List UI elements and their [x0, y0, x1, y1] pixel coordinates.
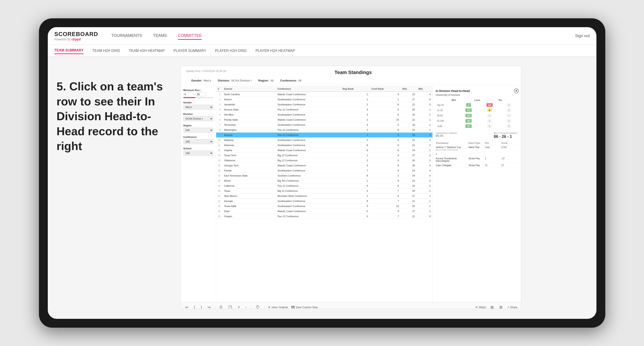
sub-nav-team-h2h-heatmap[interactable]: TEAM H2H HEATMAP: [129, 48, 165, 54]
sub-nav-team-summary[interactable]: TEAM SUMMARY: [54, 47, 84, 54]
save-icon: 💾: [291, 306, 295, 309]
conference-value: All: [298, 79, 301, 82]
team-school: Texas A&M: [222, 204, 276, 209]
table-row[interactable]: 15 Georgia Tech Atlantic Coast Conferenc…: [216, 163, 432, 168]
share-button[interactable]: ↗ Share: [507, 306, 517, 309]
team-conf-rank: 9: [370, 209, 401, 214]
team-school: Oregon: [222, 214, 276, 219]
h2h-row: 11-25 11 8 0: [436, 108, 518, 113]
team-win: 1: [416, 122, 432, 128]
team-school: Auburn: [222, 97, 276, 102]
add-button[interactable]: +: [237, 305, 241, 309]
team-win: 2: [416, 188, 432, 193]
sub-nav-team-h2h-grid[interactable]: TEAM H2H GRID: [92, 48, 120, 54]
table-row[interactable]: 13 Texas Tech Big 12 Conference 1 9 27 2: [216, 153, 432, 158]
table-row[interactable]: 22 Georgia Southeastern Conference 8 7 2…: [216, 199, 432, 204]
table-row[interactable]: 8 Washington Pac-12 Conference 2 8 23 1: [216, 128, 432, 133]
division-filter: Division: NCAA Division I: [218, 79, 252, 82]
team-win: 2: [416, 183, 432, 188]
sub-nav-player-h2h-grid[interactable]: PLAYER H2H GRID: [215, 48, 247, 54]
h2h-row: 26-50 25 2 1: [436, 113, 518, 118]
h2h-loss: 0: [479, 124, 500, 129]
table-row[interactable]: 24 Duke Atlantic Coast Conference 5 9 27…: [216, 209, 432, 214]
table-row[interactable]: 9 Arizona Pac-12 Conference 1 5 30 3: [216, 133, 432, 138]
nav-tournaments[interactable]: TOURNAMENTS: [111, 32, 142, 40]
team-win: 4: [416, 173, 432, 178]
panel-body: Minimum Rou... -: [181, 86, 521, 302]
table-row[interactable]: 18 Illinois Big Ten Conference 1 9 23 3: [216, 178, 432, 183]
team-conference: Southeastern Conference: [276, 122, 341, 128]
redo-button[interactable]: ↪: [207, 305, 212, 309]
team-reg-rank: 5: [341, 138, 370, 143]
team-conf-rank: 10: [370, 204, 401, 209]
table-row[interactable]: 21 New Mexico Mountain West Conference 1…: [216, 193, 432, 199]
max-rounds-input[interactable]: [196, 92, 206, 96]
school-select[interactable]: (All): [184, 151, 213, 156]
team-rds: 23: [401, 178, 416, 183]
team-conference: Big 12 Conference: [276, 158, 341, 163]
region-value: All: [270, 79, 274, 82]
sub-nav-player-h2h-heatmap[interactable]: PLAYER H2H HEATMAP: [256, 48, 295, 54]
h2h-win: 27: [458, 124, 479, 129]
team-win: 3: [416, 138, 432, 143]
view-original-button[interactable]: 👁 View: Original: [268, 306, 288, 309]
table-row[interactable]: 1 North Carolina Atlantic Coast Conferen…: [216, 92, 432, 97]
h2h-close-button[interactable]: ✕: [514, 88, 519, 93]
table-row[interactable]: 10 Alabama Southeastern Conference 5 8 2…: [216, 138, 432, 143]
team-conference: Atlantic Coast Conference: [276, 209, 341, 214]
settings-button[interactable]: ⚙: [498, 305, 504, 309]
nav-teams[interactable]: TEAMS: [153, 32, 167, 40]
team-rank: 4: [216, 107, 222, 112]
save-custom-button[interactable]: 💾 Save Custom View: [291, 306, 318, 309]
min-rounds-input[interactable]: [184, 92, 193, 96]
gender-select[interactable]: Men's: [184, 105, 213, 110]
sign-out-button[interactable]: Sign out: [575, 34, 590, 38]
nav-committee[interactable]: COMMITTEE: [178, 32, 202, 40]
minus-button[interactable]: -: [244, 305, 248, 309]
region-select[interactable]: N/A: [184, 128, 213, 133]
table-row[interactable]: 5 Ole Miss Southeastern Conference 3 6 1…: [216, 112, 432, 117]
h2h-range: >100: [436, 124, 458, 129]
team-rds: 20: [401, 188, 416, 193]
h2h-table: Top 10 3 13 0 11-25 11 8 0 26-50 25 2 1 …: [436, 102, 518, 129]
team-rds: 20: [401, 204, 416, 209]
team-school: Illinois: [222, 178, 276, 183]
table-row[interactable]: 17 East Tennessee State Southern Confere…: [216, 173, 432, 178]
table-row[interactable]: 4 Arizona State Pac-12 Conference 4 5 26…: [216, 107, 432, 112]
table-row[interactable]: 2 Auburn Southeastern Conference 1 1 27 …: [216, 97, 432, 102]
h2h-title: In Division Head-to-Head: [436, 89, 518, 93]
undo-button[interactable]: ↩: [184, 305, 189, 309]
table-row[interactable]: 19 California Pac-12 Conference 4 8 24 2: [216, 183, 432, 188]
table-row[interactable]: 7 Tennessee Southeastern Conference 4 6 …: [216, 122, 432, 128]
rounds-slider[interactable]: [184, 97, 213, 98]
table-row[interactable]: 12 Virginia Atlantic Coast Conference 8 …: [216, 148, 432, 153]
team-win: 6: [416, 97, 432, 102]
team-conference: Mountain West Conference: [276, 193, 341, 199]
team-rank: 13: [216, 153, 222, 158]
clock-button[interactable]: ⏱: [255, 305, 260, 309]
table-row[interactable]: 14 Oklahoma Big 12 Conference 2 9 26 2: [216, 158, 432, 163]
team-win: 3: [416, 133, 432, 138]
team-reg-rank: 4: [341, 163, 370, 168]
paste-button[interactable]: 📋: [227, 305, 234, 309]
table-row[interactable]: 20 Texas Big 12 Conference 3 7 20 2: [216, 188, 432, 193]
table-row[interactable]: 3 Vanderbilt Southeastern Conference 2 8…: [216, 102, 432, 107]
table-row[interactable]: 16 Florida Southeastern Conference 7 9 2…: [216, 168, 432, 173]
copy-button[interactable]: ⎘: [219, 305, 223, 309]
sub-nav-player-summary[interactable]: PLAYER SUMMARY: [174, 48, 206, 54]
step-forward-button[interactable]: ⟩: [200, 305, 203, 309]
table-row[interactable]: 23 Texas A&M Southeastern Conference 9 1…: [216, 204, 432, 209]
table-row[interactable]: 25 Oregon Pac-12 Conference 5 7 21 0: [216, 214, 432, 219]
tourn-score-3: -17: [501, 157, 518, 160]
h2h-row: Top 10 3 13 0: [436, 102, 518, 108]
table-row[interactable]: 11 Arkansas Southeastern Conference 8 8 …: [216, 143, 432, 148]
team-school: East Tennessee State: [222, 173, 276, 178]
step-back-button[interactable]: ⟨: [193, 305, 196, 309]
slider-fill: [184, 97, 195, 98]
layout-button[interactable]: ⊞: [490, 305, 495, 309]
min-rounds-label: Minimum Rou...: [184, 89, 213, 91]
conference-select[interactable]: (All): [184, 139, 213, 144]
watch-button[interactable]: 👁 Watch: [475, 306, 486, 309]
division-select[interactable]: NCAA Division I: [184, 116, 213, 121]
table-row[interactable]: 6 Florida State Atlantic Coast Conferenc…: [216, 117, 432, 122]
